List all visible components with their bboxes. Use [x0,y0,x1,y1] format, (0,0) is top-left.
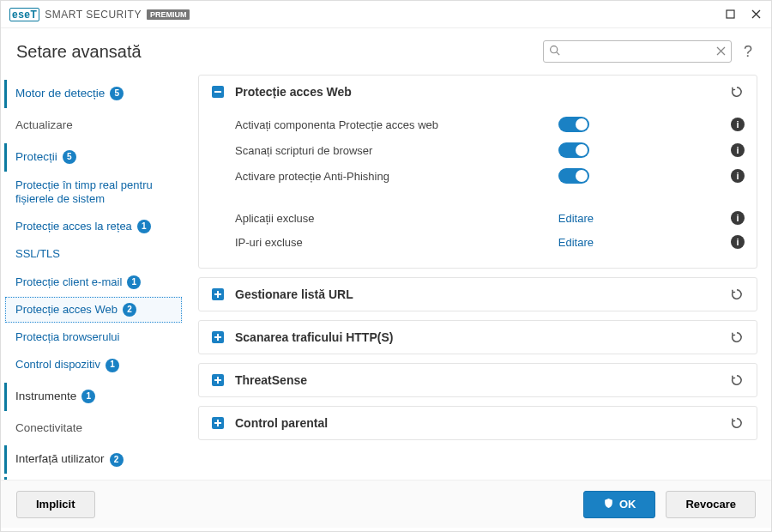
edit-link[interactable]: Editare [558,236,594,249]
badge: 2 [110,453,124,467]
expand-icon [211,373,225,387]
clear-search-icon[interactable] [716,45,726,58]
panel-collapsed: Scanarea traficului HTTP(S) [198,320,757,354]
panel-head[interactable]: Control parental [199,407,757,439]
svg-rect-12 [217,377,219,384]
sidebar-item[interactable]: SSL/TLS [4,240,183,268]
sidebar-item-label: Conectivitate [15,421,82,436]
sidebar-item[interactable]: Protecții5 [4,143,183,172]
titlebar: eseT SMART SECURITY PREMIUM [1,1,771,28]
sidebar-item-label: Control dispozitiv [15,358,100,372]
sidebar-item[interactable]: Instrumente1 [4,383,183,411]
info-icon[interactable]: i [731,143,745,157]
brand: eseT SMART SECURITY PREMIUM [9,8,190,21]
setting-row: Aplicații excluseEditarei [235,206,745,230]
toggle-switch[interactable] [558,168,589,184]
sidebar-item[interactable]: Protecție client e-mail1 [4,269,183,296]
panel-head[interactable]: Gestionare listă URL [199,278,757,311]
window-maximize-icon[interactable] [723,8,737,21]
sidebar-item-label: Protecția browserului [15,330,119,344]
revert-icon[interactable] [729,329,745,345]
sidebar-item-label: Instrumente [15,390,76,404]
revert-icon[interactable] [729,372,745,388]
sidebar-item[interactable]: Conectivitate [4,414,183,443]
panel-head-web-access[interactable]: Protecție acces Web [199,76,757,108]
sidebar-item[interactable]: Protecție acces la rețea1 [4,213,183,240]
sidebar-item[interactable]: Interfață utilizator2 [4,445,183,474]
panel-title: Scanarea traficului HTTP(S) [235,330,719,344]
revert-icon[interactable] [729,287,745,302]
sidebar-item[interactable]: Protecție acces Web2 [4,296,183,323]
expand-icon [211,330,225,344]
panel-head[interactable]: Scanarea traficului HTTP(S) [199,321,757,354]
ok-button[interactable]: OK [583,491,656,518]
panel-title: Gestionare listă URL [235,287,719,301]
expand-icon [211,287,225,301]
footer: Implicit OK Revocare [1,480,771,528]
sidebar-item-label: Actualizare [15,118,73,133]
toggle-switch[interactable] [558,117,589,132]
revert-icon[interactable] [729,84,745,100]
toggle-switch[interactable] [558,142,589,158]
badge: 5 [63,150,76,164]
badge: 1 [81,390,95,403]
shield-icon [603,498,614,511]
default-button[interactable]: Implicit [16,491,95,518]
sidebar-item[interactable]: Protecția browserului [4,323,183,351]
search-input[interactable] [565,45,711,57]
sidebar-item[interactable]: Notificări5 [4,477,183,480]
sidebar-item-label: Protecție în timp real pentru fișierele … [15,178,178,207]
setting-row: Activați componenta Protecție acces webi [235,112,745,137]
edit-link[interactable]: Editare [558,212,594,225]
setting-label: Scanați scripturi de browser [235,144,550,157]
panel-web-access: Protecție acces Web Activați componenta … [198,75,757,269]
panel-collapsed: Gestionare listă URL [198,277,757,311]
svg-rect-15 [217,420,219,426]
window-close-icon[interactable] [749,8,763,21]
sidebar: Motor de detecție5ActualizareProtecții5P… [1,71,191,480]
collapse-icon [211,85,225,99]
search-icon [549,45,560,58]
revert-icon[interactable] [729,415,745,431]
svg-rect-0 [727,10,734,18]
setting-row: Scanați scripturi de browseri [235,137,745,163]
sidebar-item-label: Protecție client e-mail [15,275,122,289]
setting-row: IP-uri excluseEditarei [235,230,745,254]
sidebar-item-label: Protecție acces Web [15,303,118,317]
info-icon[interactable]: i [731,118,745,131]
sidebar-item[interactable]: Actualizare [4,112,183,140]
sidebar-item-label: SSL/TLS [15,247,60,261]
expand-icon [211,416,225,430]
badge: 1 [137,220,151,233]
info-icon[interactable]: i [731,235,745,249]
setting-label: Activare protecție Anti-Phishing [235,170,550,183]
sidebar-item[interactable]: Protecție în timp real pentru fișierele … [4,172,183,214]
search-box[interactable] [543,40,732,63]
sidebar-item[interactable]: Control dispozitiv1 [4,351,183,378]
sidebar-item-label: Motor de detecție [15,87,105,101]
setting-label: IP-uri excluse [235,236,550,249]
cancel-button[interactable]: Revocare [666,491,756,518]
sidebar-item[interactable]: Motor de detecție5 [4,80,183,108]
info-icon[interactable]: i [731,169,745,183]
help-icon[interactable]: ? [740,43,756,61]
setting-label: Aplicații excluse [235,212,550,225]
setting-label: Activați componenta Protecție acces web [235,118,550,131]
panel-head[interactable]: ThreatSense [199,364,757,396]
panel-collapsed: Control parental [198,406,757,440]
panel-title: Control parental [235,416,719,430]
badge: 5 [110,87,124,100]
sidebar-item-label: Protecții [15,150,57,165]
brand-product: SMART SECURITY [45,9,142,21]
svg-point-1 [551,46,558,53]
page-title: Setare avansată [16,42,142,62]
setting-row: Activare protecție Anti-Phishingi [235,163,745,189]
info-icon[interactable]: i [731,211,745,225]
panel-title: Protecție acces Web [235,85,719,99]
badge: 2 [123,303,136,317]
svg-rect-3 [214,91,221,93]
header: Setare avansată ? [1,28,771,71]
panel-title: ThreatSense [235,373,719,387]
badge: 1 [127,275,141,289]
sidebar-item-label: Interfață utilizator [15,452,105,467]
